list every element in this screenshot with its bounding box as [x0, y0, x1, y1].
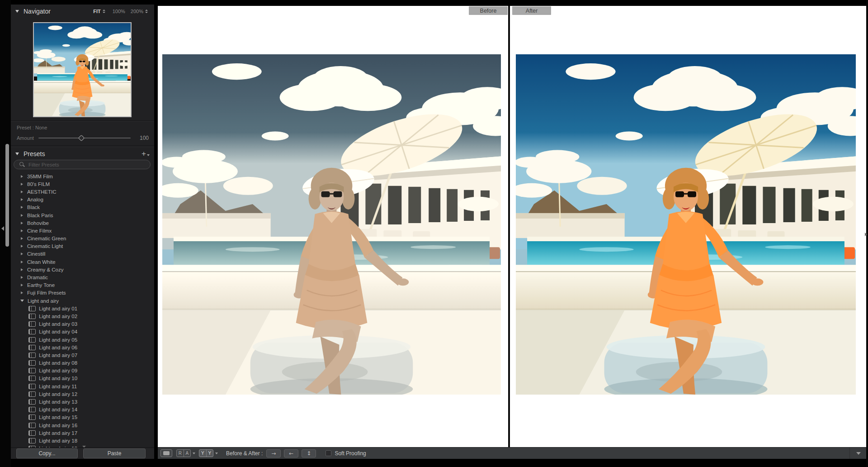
before-after-view-button[interactable]: YY [199, 449, 213, 457]
zoom-stepper-icon[interactable] [145, 10, 148, 13]
copy-after-to-before-button[interactable]: ← [284, 449, 298, 457]
preset-item-row[interactable]: Light and airy 05 [11, 336, 154, 343]
preset-item-row[interactable]: Light and airy 09 [11, 367, 154, 375]
preset-label: Cinematic Green [27, 236, 66, 241]
preset-item-row[interactable]: Light and airy 17 [11, 429, 154, 437]
preset-label: Dramatic [27, 275, 48, 280]
collapse-triangle-icon[interactable] [15, 10, 19, 13]
disclosure-right-icon[interactable] [21, 191, 23, 193]
zoom-fit-button[interactable]: FIT [93, 9, 101, 14]
disclosure-down-icon[interactable] [20, 300, 24, 302]
plus-icon: + [142, 151, 146, 157]
preset-item-row[interactable]: Light and airy 03 [11, 320, 154, 328]
navigator-header[interactable]: Navigator FIT 100% 200% [11, 5, 154, 18]
preset-item-row[interactable]: Light and airy 13 [11, 398, 154, 405]
preset-label: Creamy & Cozy [27, 267, 64, 272]
add-preset-button[interactable]: + [142, 151, 150, 157]
preset-group-row[interactable]: Dramatic [11, 273, 154, 281]
disclosure-right-icon[interactable] [21, 183, 23, 186]
preset-item-row[interactable]: Light and airy 11 [11, 382, 154, 390]
preset-group-row[interactable]: Clean White [11, 258, 154, 266]
before-after-view-caret-icon[interactable] [215, 453, 218, 454]
preset-thumbnail-icon [28, 345, 36, 350]
disclosure-right-icon[interactable] [21, 237, 23, 240]
preset-filter-input[interactable] [28, 162, 146, 168]
preset-item-row[interactable]: Light and airy 14 [11, 406, 154, 414]
disclosure-right-icon[interactable] [21, 229, 23, 232]
preset-group-row[interactable]: Black Paris [11, 211, 154, 219]
disclosure-right-icon[interactable] [21, 175, 23, 178]
reference-view-button[interactable]: RA [176, 449, 191, 457]
amount-slider[interactable] [38, 135, 131, 141]
preset-item-row[interactable]: Light and airy 18 [11, 437, 154, 444]
preset-group-row[interactable]: Cinematic Green [11, 235, 154, 243]
disclosure-right-icon[interactable] [21, 253, 23, 255]
preset-group-row[interactable]: Fuji Film Presets [11, 289, 154, 297]
disclosure-right-icon[interactable] [21, 291, 23, 294]
loupe-view-button[interactable] [160, 449, 172, 457]
preset-group-row[interactable]: Bohovibe [11, 219, 154, 227]
disclosure-right-icon[interactable] [21, 284, 23, 286]
preset-group-row[interactable]: Earthy Tone [11, 281, 154, 289]
preset-group-row[interactable]: Analog [11, 196, 154, 204]
zoom-100-button[interactable]: 100% [113, 9, 125, 14]
reference-view-caret-icon[interactable] [193, 453, 195, 454]
expand-right-panel-icon[interactable] [865, 233, 867, 236]
preset-item-row[interactable]: Light and airy 10 [11, 375, 154, 382]
disclosure-right-icon[interactable] [21, 276, 23, 279]
preset-group-row[interactable]: Cinematic Light [11, 243, 154, 250]
preset-item-row[interactable]: Light and airy 02 [11, 312, 154, 320]
soft-proofing-checkbox[interactable] [326, 450, 331, 456]
disclosure-right-icon[interactable] [21, 268, 23, 271]
zoom-stepper-icon[interactable] [103, 10, 105, 13]
paste-button[interactable]: Paste [83, 448, 146, 458]
preset-group-row[interactable]: Creamy & Cozy [11, 266, 154, 273]
disclosure-right-icon[interactable] [21, 261, 23, 263]
after-label: After [512, 6, 551, 15]
presets-header[interactable]: Presets + [11, 147, 154, 161]
before-photo[interactable] [162, 54, 501, 395]
preset-group-row[interactable]: Cine Filmx [11, 227, 154, 234]
panel-scrollbar[interactable] [5, 144, 9, 247]
swap-before-after-button[interactable]: ↕ [302, 449, 316, 457]
panel-footer: Copy... Paste [11, 448, 154, 459]
zoom-200-button[interactable]: 200% [131, 9, 143, 14]
preset-item-row[interactable]: Light and airy 01 [11, 305, 154, 312]
compare-y-label: Y [199, 450, 207, 457]
preset-group-row[interactable]: Light and airy [11, 297, 154, 305]
slider-track[interactable] [38, 138, 131, 138]
after-photo[interactable] [516, 54, 856, 395]
preset-item-row[interactable]: Light and airy 16 [11, 421, 154, 429]
preset-item-row[interactable]: Light and airy 04 [11, 328, 154, 336]
disclosure-right-icon[interactable] [21, 206, 23, 209]
slider-thumb[interactable] [78, 135, 85, 141]
preset-amount-panel: Preset : None Amount 100 [11, 121, 154, 146]
preset-item-row[interactable]: Light and airy 08 [11, 359, 154, 367]
preset-label: Light and airy 03 [39, 321, 77, 327]
preset-group-row[interactable]: Cinestill [11, 250, 154, 258]
copy-button[interactable]: Copy... [16, 448, 78, 458]
preset-group-row[interactable]: AESTHETIC [11, 188, 154, 195]
disclosure-right-icon[interactable] [21, 198, 23, 201]
preset-item-row[interactable]: Light and airy 12 [11, 390, 154, 398]
preset-group-row[interactable]: 80's FILM [11, 180, 154, 188]
preset-item-row[interactable]: Light and airy 15 [11, 414, 154, 421]
preset-item-row[interactable]: Light and airy 06 [11, 343, 154, 351]
preset-thumbnail-icon [28, 399, 36, 405]
preset-label: Cine Filmx [27, 228, 52, 234]
copy-before-to-after-button[interactable]: → [266, 449, 281, 457]
preset-group-row[interactable]: Black [11, 204, 154, 211]
preset-search-box[interactable] [14, 160, 151, 169]
preset-group-row[interactable]: 35MM Film [11, 172, 154, 180]
navigator-preview-thumbnail[interactable] [33, 22, 132, 117]
preset-item-row[interactable]: Light and airy 07 [11, 351, 154, 359]
navigator-panel: Navigator FIT 100% 200% [11, 5, 154, 121]
panel-footer-collapse-icon[interactable] [82, 446, 86, 448]
disclosure-right-icon[interactable] [21, 214, 23, 217]
collapse-triangle-icon[interactable] [15, 152, 19, 155]
collapse-left-panel-icon[interactable] [1, 226, 4, 231]
preset-label: Fuji Film Presets [27, 290, 66, 295]
toolbar-options-caret-icon[interactable] [856, 452, 861, 455]
disclosure-right-icon[interactable] [21, 245, 23, 248]
disclosure-right-icon[interactable] [21, 222, 23, 224]
